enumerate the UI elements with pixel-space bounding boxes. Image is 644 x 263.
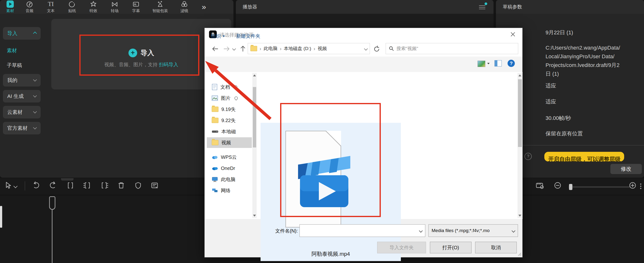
- media-toolbar: 素材 音频 TI 文本 贴纸 特效 转场 字幕 智能包装: [0, 0, 234, 14]
- tab-filters[interactable]: 滤镜: [174, 0, 195, 14]
- place-network[interactable]: 网络: [207, 185, 252, 196]
- forward-icon[interactable]: [222, 44, 231, 53]
- back-icon[interactable]: [211, 44, 220, 53]
- mask-shield-icon[interactable]: [134, 181, 143, 190]
- close-icon[interactable]: [510, 31, 516, 38]
- zoom-in-icon[interactable]: [628, 181, 637, 190]
- up-icon[interactable]: [238, 44, 247, 53]
- breadcrumb-this-pc[interactable]: 此电脑: [264, 45, 278, 52]
- chevron-down-icon: [33, 125, 37, 129]
- tab-transitions[interactable]: 转场: [104, 0, 125, 14]
- panel-resize-grip[interactable]: [61, 178, 74, 181]
- dropdown-triangle-icon: [222, 35, 225, 37]
- chevron-down-icon: [33, 94, 37, 97]
- sidebar-item-official[interactable]: 官方素材: [3, 122, 41, 134]
- place-this-pc[interactable]: 此电脑: [207, 174, 252, 185]
- tab-subtitles-label: 字幕: [132, 8, 140, 13]
- breadcrumb-drive-d[interactable]: 本地磁盘 (D:): [284, 45, 311, 52]
- split-right-icon[interactable]: [100, 181, 109, 190]
- computer-icon: [212, 177, 218, 182]
- timeline-zoom-slider[interactable]: [568, 186, 630, 188]
- draft-path-line: 日 (1): [546, 70, 620, 78]
- tab-effects[interactable]: 特效: [83, 0, 104, 14]
- undo-icon[interactable]: [32, 181, 41, 190]
- effects-star-icon: [90, 0, 97, 8]
- split-icon[interactable]: [66, 181, 75, 190]
- scroll-down-arrow[interactable]: [253, 215, 256, 217]
- text-icon: TI: [48, 0, 54, 8]
- sidebar-item-cloud[interactable]: 云素材: [3, 106, 41, 118]
- text-template-icon[interactable]: [150, 181, 159, 190]
- view-thumbnails-icon[interactable]: [478, 61, 485, 67]
- redo-icon[interactable]: [48, 181, 58, 190]
- organize-menu[interactable]: 组织: [211, 33, 225, 39]
- preview-quality-icon[interactable]: [535, 181, 545, 190]
- tab-filters-label: 滤镜: [180, 8, 188, 13]
- magic-wand-icon: [156, 0, 164, 8]
- sidebar-item-import[interactable]: 导入: [3, 27, 41, 40]
- tab-subtitles[interactable]: 字幕: [125, 0, 146, 14]
- sidebar-import-label: 导入: [7, 30, 18, 37]
- tab-audio[interactable]: 音频: [19, 0, 40, 14]
- annotation-box-import: [79, 34, 199, 76]
- scroll-down-arrow[interactable]: [518, 215, 521, 217]
- search-icon: [389, 46, 394, 51]
- tab-media[interactable]: 素材: [2, 0, 19, 14]
- tab-text[interactable]: TI 文本: [40, 0, 62, 14]
- draft-tip-banner: 开启自由层级，可以调整层级: [544, 152, 624, 162]
- filetype-select[interactable]: Media files (*.mpg;*.f4v;*.mo: [428, 224, 518, 237]
- tab-text-label: 文本: [47, 8, 55, 13]
- sidebar-item-mine[interactable]: 我的: [3, 74, 41, 86]
- tab-sticker[interactable]: 贴纸: [62, 0, 83, 14]
- zoom-out-icon[interactable]: [553, 181, 562, 190]
- new-folder-label: 新建文件夹: [236, 33, 260, 39]
- sidebar-item-ai-generate[interactable]: AI 生成: [3, 90, 41, 102]
- import-folder-button[interactable]: 导入文件夹: [377, 242, 426, 253]
- playhead-handle[interactable]: [49, 196, 56, 210]
- organize-label: 组织: [211, 33, 221, 39]
- toolbar-overflow-chevrons[interactable]: »: [202, 2, 206, 11]
- place-onedrive[interactable]: OneDr: [207, 163, 252, 174]
- sidebar-item-material[interactable]: 素材: [7, 47, 17, 54]
- new-folder-button[interactable]: 新建文件夹: [236, 33, 260, 39]
- transition-icon: [111, 0, 118, 8]
- place-wps-cloud[interactable]: WPS云: [207, 152, 252, 162]
- scroll-thumb[interactable]: [518, 79, 522, 147]
- files-scrollbar[interactable]: [518, 73, 522, 218]
- combo-chevron: [419, 229, 423, 233]
- more-options-icon[interactable]: [640, 183, 641, 190]
- select-cursor-icon[interactable]: [4, 181, 12, 190]
- help-circle-icon[interactable]: ?: [524, 153, 532, 160]
- zoom-slider-handle[interactable]: [569, 184, 572, 190]
- help-icon[interactable]: ?: [508, 60, 515, 67]
- delete-icon[interactable]: [116, 181, 126, 190]
- open-button[interactable]: 打开(O): [430, 242, 472, 253]
- view-dropdown-triangle[interactable]: [487, 63, 490, 64]
- divider: [25, 181, 25, 191]
- address-dropdown-chevron[interactable]: [364, 47, 368, 50]
- onedrive-icon: [212, 166, 218, 170]
- wps-cloud-icon: [212, 155, 218, 159]
- filename-label: 文件名(N):: [262, 228, 298, 234]
- resize-grip[interactable]: [517, 252, 522, 256]
- annotation-arrow: [198, 56, 281, 128]
- modify-button[interactable]: 修改: [610, 164, 642, 174]
- player-menu-icon[interactable]: [479, 4, 485, 10]
- chevron-down-icon: [33, 109, 37, 113]
- refresh-icon[interactable]: [373, 45, 380, 53]
- scroll-up-arrow[interactable]: [518, 74, 521, 76]
- split-left-icon[interactable]: [83, 181, 92, 190]
- draft-path-line: Local/JianyingPro/User Data/: [546, 52, 620, 61]
- preview-pane-icon[interactable]: [494, 60, 502, 66]
- sidebar-item-subdraft[interactable]: 子草稿: [7, 62, 22, 69]
- filename-input[interactable]: [300, 224, 425, 237]
- place-videos-selected[interactable]: 视频: [207, 137, 252, 148]
- chevron-up-icon: [33, 31, 37, 35]
- cancel-button[interactable]: 取消: [475, 242, 517, 253]
- breadcrumb-videos[interactable]: 视频: [318, 45, 327, 52]
- file-name: 阿勒泰视频.mp4: [270, 251, 391, 258]
- address-bar[interactable]: › 此电脑 › 本地磁盘 (D:) › 视频: [248, 43, 370, 54]
- tab-smart-package[interactable]: 智能包装: [146, 0, 174, 14]
- search-box[interactable]: 搜索"视频": [386, 43, 518, 54]
- place-label: OneDr: [221, 166, 235, 171]
